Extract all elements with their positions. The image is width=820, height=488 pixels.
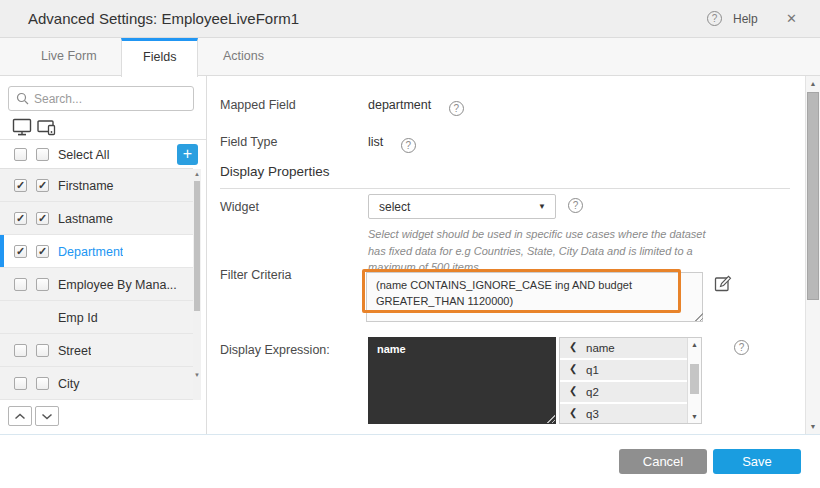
field-row-city[interactable]: City	[0, 367, 193, 400]
save-button[interactable]: Save	[713, 449, 801, 474]
field-row-employee-by-mana[interactable]: Employee By Mana...	[0, 268, 193, 301]
scroll-down-icon[interactable]: ▼	[688, 413, 701, 420]
cancel-button[interactable]: Cancel	[619, 449, 707, 474]
chevron-left-icon[interactable]: ❮	[569, 341, 577, 352]
field-label: Employee By Mana...	[58, 278, 177, 292]
expression-option-q3[interactable]: ❮q3	[560, 404, 687, 424]
select-all-label: Select All	[58, 148, 109, 162]
move-up-button[interactable]	[8, 406, 32, 426]
resize-grip-icon[interactable]	[546, 414, 555, 423]
select-all-web-checkbox[interactable]	[14, 148, 27, 161]
field-type-value: list	[368, 135, 383, 149]
scroll-up-icon[interactable]: ▲	[688, 341, 701, 348]
dialog-footer: Cancel Save	[0, 434, 820, 488]
field-label: City	[58, 377, 80, 391]
edit-icon[interactable]	[714, 275, 732, 293]
widget-help-text: Select widget should be used in specific…	[368, 226, 720, 276]
dialog-header: Advanced Settings: EmployeeLiveForm1 ? H…	[0, 0, 820, 38]
field-label: Lastname	[58, 212, 113, 226]
web-checkbox[interactable]: ✓	[14, 212, 27, 225]
add-field-button[interactable]: +	[177, 144, 198, 165]
tab-bar: Live Form Fields Actions	[0, 38, 820, 76]
main-scrollbar[interactable]: ▲ ▼	[805, 76, 820, 434]
move-down-button[interactable]	[35, 406, 59, 426]
mobile-checkbox[interactable]: ✓	[36, 179, 49, 192]
mobile-checkbox[interactable]	[36, 377, 49, 390]
scroll-up-icon[interactable]: ▲	[806, 80, 820, 87]
scroll-down-icon[interactable]: ▼	[806, 423, 820, 430]
search-box[interactable]	[8, 86, 194, 111]
field-label: Street	[58, 344, 91, 358]
expression-options-items: ❮name❮q1❮q2❮q3	[560, 338, 701, 424]
web-checkbox[interactable]: ✓	[14, 245, 27, 258]
tab-fields[interactable]: Fields	[121, 38, 198, 77]
filter-criteria-textarea[interactable]: (name CONTAINS_IGNORE_CASE ing AND budge…	[366, 272, 703, 322]
mapped-field-label: Mapped Field	[220, 98, 296, 112]
tab-actions[interactable]: Actions	[202, 38, 285, 76]
field-list: ✓✓Firstname✓✓Lastname✓✓DepartmentEmploye…	[0, 169, 193, 400]
display-expression-help-icon[interactable]: ?	[734, 340, 749, 355]
dropdown-arrow-icon: ▼	[538, 202, 546, 211]
widget-select[interactable]: select ▼	[368, 194, 556, 219]
field-label: Emp Id	[58, 311, 98, 325]
web-checkbox[interactable]: ✓	[14, 179, 27, 192]
field-row-department[interactable]: ✓✓Department	[0, 235, 193, 268]
field-type-value-row: list ?	[368, 135, 416, 153]
field-settings-panel: Mapped Field department ? Field Type lis…	[207, 76, 805, 434]
mobile-checkbox[interactable]	[36, 344, 49, 357]
expression-option-name[interactable]: ❮name	[560, 338, 687, 358]
select-all-mobile-checkbox[interactable]	[36, 148, 49, 161]
expression-option-q2[interactable]: ❮q2	[560, 382, 687, 402]
chevron-up-icon	[14, 413, 26, 420]
resize-grip-icon[interactable]	[694, 312, 703, 321]
chevron-down-icon	[41, 413, 53, 420]
display-expression-editor[interactable]: name	[368, 337, 556, 424]
scroll-up-icon[interactable]: ▲	[193, 171, 201, 177]
search-input[interactable]	[34, 88, 189, 109]
widget-selected-value: select	[379, 200, 410, 214]
help-icon[interactable]: ?	[707, 11, 722, 26]
field-row-firstname[interactable]: ✓✓Firstname	[0, 169, 193, 202]
field-row-lastname[interactable]: ✓✓Lastname	[0, 202, 193, 235]
main-scroll-thumb[interactable]	[807, 92, 819, 300]
web-checkbox[interactable]	[14, 344, 27, 357]
field-type-help-icon[interactable]: ?	[401, 138, 416, 153]
expression-option-q1[interactable]: ❮q1	[560, 360, 687, 380]
web-checkbox[interactable]	[14, 377, 27, 390]
help-link[interactable]: Help	[733, 12, 758, 26]
advanced-settings-dialog: Advanced Settings: EmployeeLiveForm1 ? H…	[0, 0, 820, 488]
expression-option-label: name	[586, 342, 615, 354]
device-toggle-row	[0, 118, 206, 140]
field-type-label: Field Type	[220, 135, 277, 149]
mobile-checkbox[interactable]: ✓	[36, 212, 49, 225]
options-scrollbar[interactable]: ▲ ▼	[687, 338, 701, 423]
select-all-row[interactable]: Select All +	[0, 140, 193, 169]
field-row-emp-id[interactable]: Emp Id	[0, 301, 193, 334]
scroll-down-icon[interactable]: ▼	[193, 372, 201, 378]
field-label: Firstname	[58, 179, 114, 193]
sidebar-scroll-thumb[interactable]	[194, 181, 200, 311]
display-properties-heading: Display Properties	[220, 164, 790, 189]
chevron-left-icon[interactable]: ❮	[569, 363, 577, 374]
chevron-left-icon[interactable]: ❮	[569, 407, 577, 418]
field-row-street[interactable]: Street	[0, 334, 193, 367]
widget-label: Widget	[220, 200, 259, 214]
mobile-checkbox[interactable]: ✓	[36, 245, 49, 258]
sidebar-scrollbar[interactable]: ▲ ▼	[193, 169, 201, 400]
widget-help-icon[interactable]: ?	[568, 198, 583, 213]
tablet-mobile-icon[interactable]	[37, 118, 59, 137]
fields-sidebar: Select All + ✓✓Firstname✓✓Lastname✓✓Depa…	[0, 76, 207, 434]
mapped-field-help-icon[interactable]: ?	[449, 101, 464, 116]
expression-options-list: ❮name❮q1❮q2❮q3 ▲ ▼	[559, 337, 702, 424]
desktop-icon[interactable]	[12, 118, 33, 137]
chevron-left-icon[interactable]: ❮	[569, 385, 577, 396]
mobile-checkbox[interactable]	[36, 278, 49, 291]
web-checkbox[interactable]	[14, 278, 27, 291]
options-scroll-thumb[interactable]	[690, 364, 699, 394]
dialog-title: Advanced Settings: EmployeeLiveForm1	[28, 10, 299, 27]
close-icon[interactable]: ✕	[786, 11, 797, 26]
tab-live-form[interactable]: Live Form	[20, 38, 118, 76]
filter-criteria-label: Filter Criteria	[220, 268, 292, 282]
expression-option-label: q2	[586, 386, 599, 398]
expression-option-label: q1	[586, 364, 599, 376]
